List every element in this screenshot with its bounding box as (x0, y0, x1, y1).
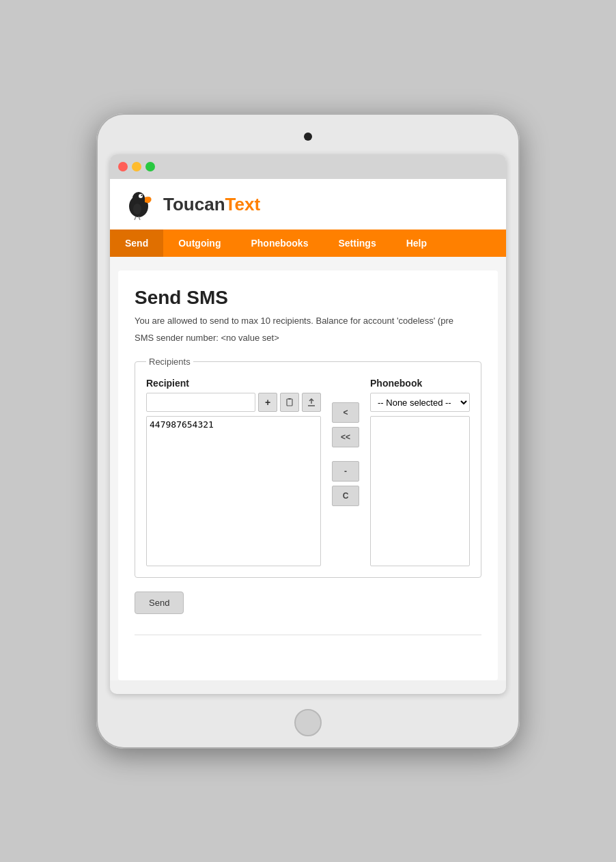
transfer-left-all-button[interactable]: << (332, 427, 359, 447)
recipient-input-row: + (146, 393, 321, 412)
browser-content: ToucanText Send Outgoing Phonebooks Sett… (110, 179, 506, 680)
phonebook-col-label: Phonebook (370, 378, 470, 389)
paste-recipient-button[interactable] (280, 393, 299, 412)
tablet-frame: ToucanText Send Outgoing Phonebooks Sett… (96, 113, 520, 749)
transfer-left-button[interactable]: < (332, 402, 359, 423)
nav-bar: Send Outgoing Phonebooks Settings Help (110, 230, 506, 257)
recipient-col-label: Recipient (146, 378, 321, 389)
logo-text: ToucanText (163, 194, 260, 215)
tablet-home-button[interactable] (294, 709, 322, 736)
divider (135, 635, 481, 635)
nav-item-phonebooks[interactable]: Phonebooks (236, 230, 323, 257)
recipients-inner: Recipient + (146, 378, 470, 566)
upload-recipient-button[interactable] (302, 393, 321, 412)
nav-item-send[interactable]: Send (110, 230, 163, 257)
logo-text-part: Text (225, 194, 261, 214)
recipient-list-item: 447987654321 (150, 419, 318, 430)
main-content: Send SMS You are allowed to send to max … (118, 270, 498, 680)
recipients-legend: Recipients (146, 357, 193, 367)
phonebook-list[interactable] (370, 416, 470, 566)
upload-icon (307, 398, 316, 407)
nav-item-outgoing[interactable]: Outgoing (163, 230, 236, 257)
recipients-list[interactable]: 447987654321 (146, 416, 321, 566)
recipient-col: Recipient + (146, 378, 321, 566)
svg-line-6 (135, 217, 136, 220)
svg-point-1 (132, 192, 145, 204)
transfer-clear-button[interactable]: C (332, 486, 359, 506)
phonebook-col: Phonebook -- None selected -- (370, 378, 470, 566)
svg-rect-10 (288, 398, 291, 400)
info-text: You are allowed to send to max 10 recipi… (135, 316, 481, 326)
logo-toucan-part: Toucan (163, 194, 225, 214)
browser-maximize-button[interactable] (145, 162, 155, 171)
svg-rect-9 (287, 399, 292, 406)
browser-close-button[interactable] (118, 162, 128, 171)
browser-minimize-button[interactable] (132, 162, 141, 171)
nav-item-help[interactable]: Help (391, 230, 442, 257)
toucan-logo-icon (124, 187, 158, 221)
page-title: Send SMS (135, 287, 481, 309)
clipboard-icon (285, 398, 294, 407)
browser-titlebar (110, 154, 506, 179)
send-button[interactable]: Send (135, 592, 184, 614)
tablet-camera (304, 133, 312, 141)
phonebook-select[interactable]: -- None selected -- (370, 393, 470, 412)
nav-item-settings[interactable]: Settings (323, 230, 391, 257)
svg-point-5 (141, 195, 143, 196)
transfer-col: < << - C (332, 378, 359, 506)
browser-window: ToucanText Send Outgoing Phonebooks Sett… (110, 154, 506, 694)
sender-text: SMS sender number: <no value set> (135, 333, 481, 343)
svg-point-8 (133, 204, 141, 214)
recipient-input[interactable] (146, 393, 255, 412)
logo-area: ToucanText (110, 179, 506, 230)
add-recipient-button[interactable]: + (258, 393, 277, 412)
transfer-remove-button[interactable]: - (332, 461, 359, 482)
recipients-fieldset: Recipients Recipient + (135, 357, 481, 578)
